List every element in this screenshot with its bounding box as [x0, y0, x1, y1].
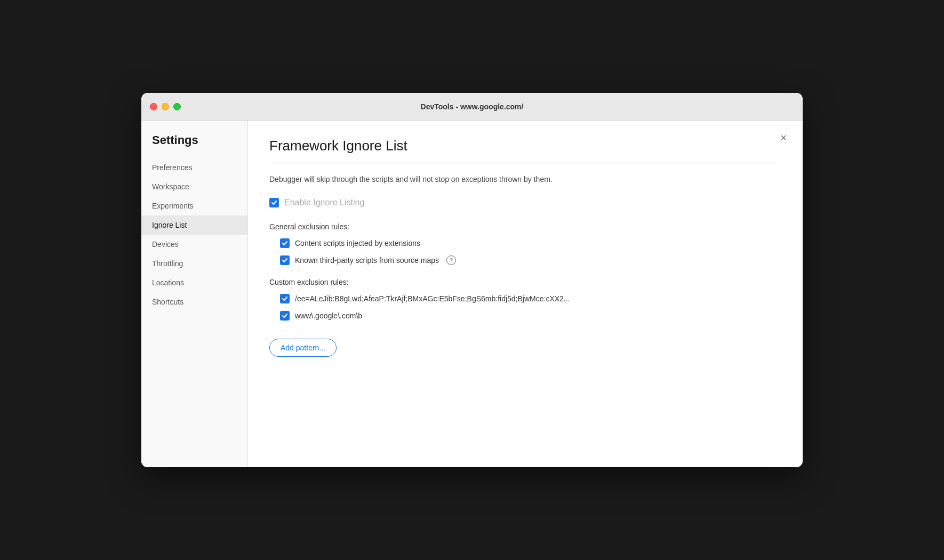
- checkbox-check-icon: [282, 257, 288, 263]
- checkbox-check-icon: [282, 313, 288, 319]
- sidebar-item-devices[interactable]: Devices: [141, 235, 247, 254]
- devtools-window: DevTools - www.google.com/ Settings Pref…: [141, 93, 803, 467]
- custom-exclusion-section: Custom exclusion rules: /ee=ALeJib:B8gLw…: [269, 278, 781, 357]
- sidebar-item-throttling[interactable]: Throttling: [141, 254, 247, 273]
- content-scripts-checkbox[interactable]: [280, 238, 290, 248]
- custom-exclusion-label: Custom exclusion rules:: [269, 278, 781, 286]
- settings-heading: Settings: [141, 133, 247, 158]
- enable-ignore-listing-checkbox[interactable]: [269, 198, 279, 207]
- sidebar-item-shortcuts[interactable]: Shortcuts: [141, 292, 247, 311]
- add-pattern-button[interactable]: Add pattern...: [269, 339, 337, 357]
- checkbox-check-icon: [271, 199, 277, 206]
- custom-rule-2-checkbox[interactable]: [280, 311, 290, 321]
- custom-rule-1-checkbox[interactable]: [280, 294, 290, 303]
- custom-rule-1: /ee=ALeJib:B8gLwd;AfeaP:TkrAjf;BMxAGc:E5…: [269, 294, 781, 303]
- custom-rule-2: www\.google\.com\b: [269, 311, 781, 321]
- minimize-traffic-light[interactable]: [162, 103, 169, 110]
- third-party-scripts-label: Known third-party scripts from source ma…: [295, 256, 439, 265]
- sidebar-item-preferences[interactable]: Preferences: [141, 158, 247, 177]
- close-traffic-light[interactable]: [150, 103, 157, 110]
- sidebar: Settings Preferences Workspace Experimen…: [141, 121, 248, 467]
- checkbox-check-icon: [282, 240, 288, 246]
- dialog-close-button[interactable]: ×: [777, 131, 790, 144]
- content-area: Settings Preferences Workspace Experimen…: [141, 121, 803, 467]
- info-icon[interactable]: ?: [446, 255, 456, 265]
- general-exclusion-label: General exclusion rules:: [269, 222, 781, 231]
- content-scripts-label: Content scripts injected by extensions: [295, 239, 420, 247]
- custom-rule-1-label: /ee=ALeJib:B8gLwd;AfeaP:TkrAjf;BMxAGc:E5…: [295, 294, 570, 303]
- third-party-scripts-checkbox[interactable]: [280, 255, 290, 265]
- custom-rule-2-label: www\.google\.com\b: [295, 311, 362, 320]
- checkbox-check-icon: [282, 295, 288, 302]
- general-rule-1: Content scripts injected by extensions: [269, 238, 781, 248]
- main-panel: × Framework Ignore List Debugger will sk…: [248, 121, 803, 467]
- window-title: DevTools - www.google.com/: [421, 102, 524, 111]
- sidebar-item-locations[interactable]: Locations: [141, 273, 247, 292]
- enable-ignore-listing-label: Enable Ignore Listing: [284, 198, 364, 207]
- general-exclusion-section: General exclusion rules: Content scripts…: [269, 222, 781, 265]
- sidebar-item-workspace[interactable]: Workspace: [141, 177, 247, 196]
- title-divider: [269, 163, 781, 163]
- page-description: Debugger will skip through the scripts a…: [269, 174, 781, 185]
- enable-ignore-listing-row: Enable Ignore Listing: [269, 198, 781, 207]
- sidebar-item-ignore-list[interactable]: Ignore List: [141, 215, 247, 235]
- maximize-traffic-light[interactable]: [173, 103, 181, 110]
- titlebar: DevTools - www.google.com/: [141, 93, 803, 121]
- traffic-lights: [150, 103, 181, 110]
- page-title: Framework Ignore List: [269, 138, 781, 154]
- sidebar-item-experiments[interactable]: Experiments: [141, 196, 247, 215]
- general-rule-2: Known third-party scripts from source ma…: [269, 255, 781, 265]
